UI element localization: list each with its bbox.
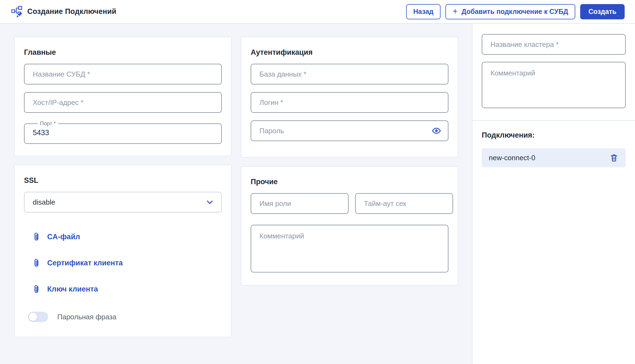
eye-icon[interactable] bbox=[432, 126, 441, 136]
timeout-input[interactable] bbox=[355, 193, 453, 214]
header-actions: Назад + Добавить подключение к СУБД Созд… bbox=[406, 4, 625, 19]
client-cert-label: Сертификат клиента bbox=[47, 259, 123, 267]
port-field: Порт * bbox=[24, 120, 222, 144]
ssl-mode-select[interactable]: disable bbox=[24, 192, 222, 213]
card-auth-title: Аутентификация bbox=[251, 48, 448, 57]
ca-file-label: CA-файл bbox=[47, 233, 80, 241]
card-auth: Аутентификация bbox=[241, 37, 458, 157]
login-input[interactable] bbox=[251, 92, 448, 113]
port-input[interactable] bbox=[33, 127, 206, 139]
card-ssl: SSL disable CA-файл bbox=[14, 165, 232, 337]
passphrase-row: Парольная фраза bbox=[24, 312, 222, 322]
port-label: Порт * bbox=[38, 120, 58, 127]
chevron-down-icon bbox=[205, 198, 214, 207]
client-key-label: Ключ клиента bbox=[47, 285, 98, 293]
dbms-name-input[interactable] bbox=[24, 64, 222, 84]
cluster-comment-textarea[interactable] bbox=[482, 62, 626, 108]
card-other-title: Прочие bbox=[251, 178, 448, 186]
plus-icon: + bbox=[453, 7, 458, 16]
other-comment-textarea[interactable] bbox=[251, 225, 448, 272]
connection-name: new-connect-0 bbox=[489, 154, 535, 162]
ssl-mode-value: disable bbox=[33, 198, 55, 207]
card-other: Прочие bbox=[241, 166, 458, 286]
paperclip-icon bbox=[33, 258, 40, 268]
connections-title: Подключения: bbox=[482, 131, 626, 139]
trash-icon[interactable] bbox=[609, 153, 619, 162]
role-name-input[interactable] bbox=[251, 193, 349, 214]
host-ip-input[interactable] bbox=[24, 92, 222, 113]
cluster-name-input[interactable] bbox=[482, 34, 626, 55]
passphrase-label: Парольная фраза bbox=[57, 313, 116, 321]
cluster-section bbox=[472, 24, 635, 121]
form-area: Главные Порт * SSL disable bbox=[0, 24, 472, 364]
workspace: Главные Порт * SSL disable bbox=[0, 24, 635, 364]
add-connection-label: Добавить подключение к СУБД bbox=[462, 8, 568, 16]
connections-section: Подключения: new-connect-0 bbox=[472, 121, 635, 178]
client-key-upload[interactable]: Ключ клиента bbox=[24, 284, 98, 294]
database-input[interactable] bbox=[251, 64, 448, 84]
connection-edit-icon bbox=[11, 5, 23, 18]
password-input[interactable] bbox=[251, 120, 448, 141]
paperclip-icon bbox=[33, 284, 40, 294]
passphrase-toggle[interactable] bbox=[28, 312, 48, 322]
ca-file-upload[interactable]: CA-файл bbox=[24, 232, 80, 241]
back-button[interactable]: Назад bbox=[406, 4, 441, 19]
header: Создание Подключений Назад + Добавить по… bbox=[0, 0, 635, 24]
card-main: Главные Порт * bbox=[14, 37, 232, 156]
sidebar: Подключения: new-connect-0 bbox=[472, 24, 635, 364]
page-title: Создание Подключений bbox=[27, 7, 116, 16]
left-column: Главные Порт * SSL disable bbox=[14, 37, 232, 337]
paperclip-icon bbox=[33, 232, 40, 241]
client-cert-upload[interactable]: Сертификат клиента bbox=[24, 258, 123, 268]
card-ssl-title: SSL bbox=[24, 176, 222, 185]
right-column: Аутентификация bbox=[241, 37, 458, 286]
add-connection-button[interactable]: + Добавить подключение к СУБД bbox=[445, 4, 575, 19]
card-main-title: Главные bbox=[24, 48, 222, 57]
connection-item[interactable]: new-connect-0 bbox=[482, 148, 626, 167]
create-button[interactable]: Создать bbox=[580, 4, 625, 19]
